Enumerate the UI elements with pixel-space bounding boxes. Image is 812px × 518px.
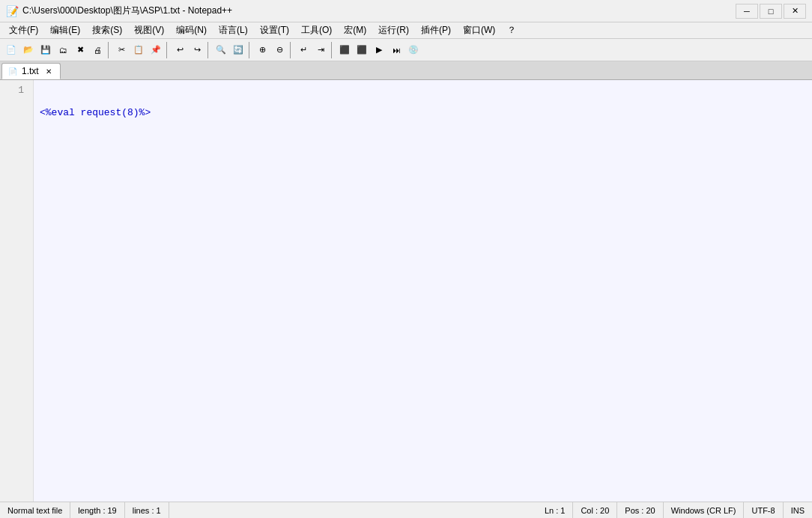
toolbar-button-3[interactable]: 🗂: [55, 42, 71, 58]
file-type-section: Normal text file: [0, 502, 70, 518]
mode-section: INS: [784, 502, 812, 518]
editor-container: 1 <%eval request(8)%>: [0, 80, 812, 502]
pos-section: Pos : 20: [617, 502, 663, 518]
toolbar-button-1[interactable]: 📂: [20, 42, 37, 58]
toolbar-button-21[interactable]: ⇥: [312, 42, 329, 58]
window-title: C:\Users\000\Desktop\图片马\ASP\1.txt - Not…: [22, 4, 736, 17]
window-controls: ─ □ ✕: [736, 4, 806, 19]
menu-item-f[interactable]: 文件(F): [3, 22, 44, 38]
restore-button[interactable]: □: [760, 4, 782, 19]
toolbar-button-2[interactable]: 💾: [37, 42, 54, 58]
toolbar-button-18[interactable]: ⊖: [271, 42, 288, 58]
app-icon: 📝: [6, 5, 18, 17]
menu-bar: 文件(F)编辑(E)搜索(S)视图(V)编码(N)语言(L)设置(T)工具(O)…: [0, 22, 812, 39]
toolbar-button-17[interactable]: ⊕: [254, 42, 270, 58]
toolbar-button-12[interactable]: ↪: [189, 42, 205, 58]
toolbar-separator-13: [207, 42, 210, 58]
menu-item-l[interactable]: 语言(L): [213, 22, 254, 38]
toolbar-button-4[interactable]: ✖: [72, 42, 88, 58]
col-section: Col : 20: [573, 502, 617, 518]
toolbar-button-14[interactable]: 🔍: [213, 42, 229, 58]
eol-label: Windows (CR LF): [671, 506, 736, 515]
toolbar-button-25[interactable]: ▶: [371, 42, 387, 58]
toolbar-button-20[interactable]: ↵: [295, 42, 312, 58]
mode-label: INS: [791, 506, 805, 515]
lines-section: lines : 1: [125, 502, 169, 518]
tab-file-icon: 📄: [8, 67, 17, 76]
toolbar-separator-6: [108, 42, 111, 58]
toolbar-separator-19: [290, 42, 293, 58]
toolbar-button-27[interactable]: 💿: [405, 42, 422, 58]
toolbar-button-11[interactable]: ↩: [172, 42, 188, 58]
menu-item-m[interactable]: 宏(M): [338, 22, 372, 38]
toolbar-separator-22: [331, 42, 334, 58]
code-line-1: <%eval request(8)%>: [40, 106, 806, 121]
minimize-button[interactable]: ─: [736, 4, 758, 19]
toolbar-separator-10: [166, 42, 169, 58]
menu-item-e[interactable]: 编辑(E): [44, 22, 86, 38]
eol-section: Windows (CR LF): [664, 502, 745, 518]
line-numbers: 1: [0, 80, 34, 502]
toolbar-button-15[interactable]: 🔄: [230, 42, 246, 58]
file-type-label: Normal text file: [7, 506, 62, 515]
toolbar-button-7[interactable]: ✂: [113, 42, 130, 58]
menu-item-o[interactable]: 工具(O): [295, 22, 338, 38]
length-section: length : 19: [70, 502, 124, 518]
editor-content[interactable]: <%eval request(8)%>: [34, 80, 812, 502]
col-label: Col : 20: [581, 506, 609, 515]
tab-label: 1.txt: [22, 66, 39, 76]
tab-close-button[interactable]: ✕: [43, 66, 54, 76]
menu-item-v[interactable]: 视图(V): [128, 22, 170, 38]
line-number-1: 1: [0, 83, 28, 98]
ln-label: Ln : 1: [545, 506, 566, 515]
status-bar: Normal text file length : 19 lines : 1 L…: [0, 502, 812, 518]
menu-item-t[interactable]: 设置(T): [254, 22, 295, 38]
toolbar-separator-16: [249, 42, 252, 58]
toolbar-button-26[interactable]: ⏭: [388, 42, 405, 58]
title-bar: 📝 C:\Users\000\Desktop\图片马\ASP\1.txt - N…: [0, 0, 812, 22]
menu-item-r[interactable]: 运行(R): [372, 22, 415, 38]
menu-item-n[interactable]: 编码(N): [170, 22, 213, 38]
tab-1txt[interactable]: 📄 1.txt ✕: [1, 63, 61, 79]
menu-item-[interactable]: ？: [501, 22, 522, 38]
menu-item-p[interactable]: 插件(P): [415, 22, 457, 38]
ln-section: Ln : 1: [537, 502, 574, 518]
encoding-section: UTF-8: [744, 502, 783, 518]
tab-bar: 📄 1.txt ✕: [0, 61, 812, 80]
toolbar-button-23[interactable]: ⬛: [336, 42, 353, 58]
toolbar-button-8[interactable]: 📋: [130, 42, 147, 58]
pos-label: Pos : 20: [625, 506, 655, 515]
length-label: length : 19: [78, 506, 116, 515]
toolbar-button-24[interactable]: ⬛: [354, 42, 370, 58]
menu-item-s[interactable]: 搜索(S): [86, 22, 128, 38]
lines-label: lines : 1: [133, 506, 161, 515]
toolbar-button-0[interactable]: 📄: [3, 42, 19, 58]
toolbar: 📄📂💾🗂✖🖨✂📋📌↩↪🔍🔄⊕⊖↵⇥⬛⬛▶⏭💿: [0, 39, 812, 61]
toolbar-button-9[interactable]: 📌: [148, 42, 164, 58]
close-button[interactable]: ✕: [784, 4, 806, 19]
encoding-label: UTF-8: [751, 506, 775, 515]
menu-item-w[interactable]: 窗口(W): [457, 22, 501, 38]
toolbar-button-5[interactable]: 🖨: [89, 42, 106, 58]
